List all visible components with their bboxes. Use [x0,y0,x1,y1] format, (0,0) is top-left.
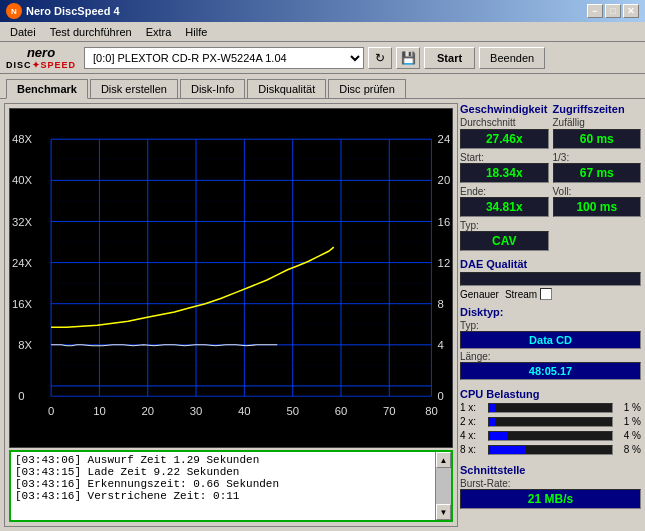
menu-hilfe[interactable]: Hilfe [179,24,213,40]
zufaellig-label: Zufällig [553,117,642,128]
save-button[interactable]: 💾 [396,47,420,69]
typ-label: Typ: [460,220,549,231]
geschwindigkeit-section: Geschwindigkeit Durchschnitt 27.46x Star… [460,103,549,251]
window-title: Nero DiscSpeed 4 [26,5,120,17]
dae-title: DAE Qualität [460,258,641,270]
svg-text:30: 30 [190,405,203,417]
logo-nero: nero [27,45,55,60]
cpu-label-1: 1 x: [460,402,485,413]
svg-text:80: 80 [425,405,438,417]
svg-text:0: 0 [18,390,24,402]
typ-value: CAV [460,231,549,251]
svg-text:24: 24 [438,133,451,145]
log-line-2: [03:43:15] Lade Zeit 9.22 Sekunden [15,466,431,478]
log-content: [03:43:06] Auswurf Zeit 1.29 Sekunden [0… [11,452,435,520]
svg-rect-0 [10,129,452,427]
menu-extra[interactable]: Extra [140,24,178,40]
svg-text:40X: 40X [12,174,33,186]
svg-text:24X: 24X [12,257,33,269]
scroll-up-button[interactable]: ▲ [436,452,451,468]
toolbar: nero DISC ✦SPEED [0:0] PLEXTOR CD-R PX-W… [0,42,645,74]
cpu-row-4: 8 x: 8 % [460,444,641,455]
tab-benchmark[interactable]: Benchmark [6,79,88,99]
log-line-4: [03:43:16] Verstrichene Zeit: 0:11 [15,490,431,502]
close-button[interactable]: ✕ [623,4,639,18]
cpu-pct-4: 8 % [616,444,641,455]
tab-diskqualitaet[interactable]: Diskqualität [247,79,326,99]
svg-text:20: 20 [438,174,451,186]
svg-text:16: 16 [438,216,451,228]
burst-value: 21 MB/s [460,489,641,509]
svg-text:20: 20 [141,405,154,417]
svg-text:60: 60 [335,405,348,417]
window-controls: − □ ✕ [587,4,639,18]
cpu-fill-3 [489,432,507,440]
durchschnitt-label: Durchschnitt [460,117,549,128]
cpu-label-4: 8 x: [460,444,485,455]
logo-disc: DISC [6,60,32,70]
scroll-down-button[interactable]: ▼ [436,504,451,520]
stream-label: Stream [505,289,537,300]
log-line-1: [03:43:06] Auswurf Zeit 1.29 Sekunden [15,454,431,466]
zugriffszeiten-title: Zugriffszeiten [553,103,642,115]
svg-text:48X: 48X [12,133,33,145]
voll-value: 100 ms [553,197,642,217]
tab-disk-info[interactable]: Disk-Info [180,79,245,99]
cpu-row-3: 4 x: 4 % [460,430,641,441]
title-bar: N Nero DiscSpeed 4 − □ ✕ [0,0,645,22]
zufaellig-value: 60 ms [553,129,642,149]
drive-select[interactable]: [0:0] PLEXTOR CD-R PX-W5224A 1.04 [84,47,364,69]
menu-test[interactable]: Test durchführen [44,24,138,40]
svg-text:50: 50 [286,405,299,417]
app-logo: nero DISC ✦SPEED [6,45,76,70]
genauer-label: Genauer [460,289,499,300]
start-button[interactable]: Start [424,47,475,69]
cpu-section: CPU Belastung 1 x: 1 % 2 x: 1 % 4 x: [460,388,641,458]
menu-datei[interactable]: Datei [4,24,42,40]
disktyp-section: Disktyp: Typ: Data CD Länge: 48:05.17 [460,306,641,382]
cpu-bar-2 [488,417,613,427]
svg-text:8: 8 [438,298,444,310]
maximize-button[interactable]: □ [605,4,621,18]
log-scrollbar[interactable]: ▲ ▼ [435,452,451,520]
cpu-title: CPU Belastung [460,388,641,400]
cpu-fill-1 [489,404,495,412]
schnittstelle-section: Schnittstelle Burst-Rate: 21 MB/s [460,464,641,509]
start-value: 18.34x [460,163,549,183]
svg-text:70: 70 [383,405,396,417]
svg-text:10: 10 [93,405,106,417]
disktyp-typ-label: Typ: [460,320,641,331]
disktyp-title: Disktyp: [460,306,641,318]
log-line-3: [03:43:16] Erkennungszeit: 0.66 Sekunden [15,478,431,490]
logo-speed: ✦SPEED [32,60,77,70]
svg-text:12: 12 [438,257,451,269]
svg-text:16X: 16X [12,298,33,310]
cpu-label-3: 4 x: [460,430,485,441]
end-button[interactable]: Beenden [479,47,545,69]
tab-disk-erstellen[interactable]: Disk erstellen [90,79,178,99]
schnittstelle-title: Schnittstelle [460,464,641,476]
ende-value: 34.81x [460,197,549,217]
stream-checkbox[interactable] [540,288,552,300]
cpu-fill-4 [489,446,526,454]
main-content: 48X 40X 32X 24X 16X 8X 0 24 20 16 12 8 4… [0,98,645,527]
start-label: Start: [460,152,549,163]
chart-area: 48X 40X 32X 24X 16X 8X 0 24 20 16 12 8 4… [9,108,453,448]
cpu-bar-1 [488,403,613,413]
menu-bar: Datei Test durchführen Extra Hilfe [0,22,645,42]
tab-disc-pruefen[interactable]: Disc prüfen [328,79,406,99]
refresh-button[interactable]: ↻ [368,47,392,69]
dae-stream-row: Genauer Stream [460,288,641,300]
scroll-track[interactable] [436,468,451,504]
cpu-pct-2: 1 % [616,416,641,427]
disktyp-value: Data CD [460,331,641,349]
svg-text:0: 0 [48,405,54,417]
log-area: [03:43:06] Auswurf Zeit 1.29 Sekunden [0… [9,450,453,522]
minimize-button[interactable]: − [587,4,603,18]
svg-text:8X: 8X [18,339,32,351]
svg-text:32X: 32X [12,216,33,228]
cpu-row-2: 2 x: 1 % [460,416,641,427]
onethird-value: 67 ms [553,163,642,183]
svg-text:4: 4 [438,339,444,351]
ende-label: Ende: [460,186,549,197]
